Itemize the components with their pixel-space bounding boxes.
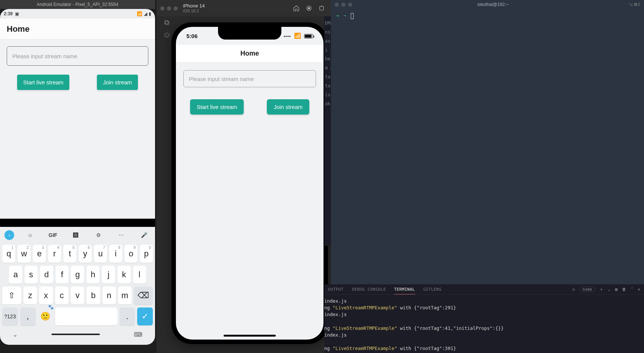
- key-j[interactable]: j: [102, 266, 115, 284]
- stream-name-input[interactable]: [183, 70, 316, 87]
- debug-icon: ▣: [15, 11, 19, 16]
- split-icon[interactable]: ▥: [615, 287, 618, 292]
- key-p[interactable]: p0: [140, 245, 153, 263]
- keyboard-back-icon[interactable]: ‹: [4, 230, 14, 240]
- iphone-notch: [218, 27, 281, 40]
- join-stream-button[interactable]: Join stream: [97, 75, 138, 90]
- page-title: Home: [240, 50, 259, 57]
- key-i[interactable]: i8: [109, 245, 122, 263]
- keyboard-nav-row: ⌄ ⌨: [0, 329, 155, 340]
- start-live-stream-button[interactable]: Start live stream: [17, 75, 69, 90]
- chevron-up-icon[interactable]: ˄: [631, 287, 633, 292]
- signal-icon: ◢: [144, 11, 147, 16]
- copy-icon[interactable]: [161, 19, 173, 27]
- dropdown-icon[interactable]: ⌄: [608, 287, 610, 292]
- key-o[interactable]: o9: [124, 245, 138, 263]
- keyboard-row-4: ?123 , 🙂🐾 . ✓: [0, 306, 155, 329]
- add-terminal-icon[interactable]: ＋: [599, 287, 603, 292]
- gif-button[interactable]: GIF: [46, 228, 60, 242]
- key-q[interactable]: q1: [2, 245, 15, 263]
- key-d[interactable]: d: [40, 266, 53, 284]
- key-t[interactable]: t5: [63, 245, 76, 263]
- iphone-frame: 5:06 •••• 📶 Home Start live stream Join …: [171, 22, 328, 344]
- key-k[interactable]: k: [117, 266, 131, 284]
- key-b[interactable]: b: [86, 287, 100, 304]
- android-home-bar[interactable]: [51, 334, 100, 335]
- key-y[interactable]: y6: [79, 245, 92, 263]
- zoom-dot[interactable]: [348, 3, 352, 7]
- comma-key[interactable]: ,: [20, 307, 36, 325]
- panel-tab-debug-console[interactable]: DEBUG CONSOLE: [352, 287, 386, 292]
- minimize-dot[interactable]: [341, 3, 345, 7]
- more-icon[interactable]: ⋯: [114, 228, 128, 242]
- key-c[interactable]: c: [55, 287, 69, 304]
- terminal-title: sieuthai@192:~: [357, 2, 628, 7]
- record-icon[interactable]: [303, 2, 315, 15]
- terminal-body[interactable]: → ~: [331, 9, 644, 23]
- iphone-screen: 5:06 •••• 📶 Home Start live stream Join …: [176, 27, 323, 340]
- panel-tab-output[interactable]: OUTPUT: [328, 287, 344, 292]
- ios-window-titlebar: iPhone 14 iOS 16.2: [157, 0, 332, 16]
- keyboard-collapse-icon[interactable]: ⌄: [13, 331, 18, 338]
- key-h[interactable]: h: [86, 266, 100, 284]
- keyboard-switch-icon[interactable]: ⌨: [134, 331, 142, 338]
- translate-icon[interactable]: 🅰: [69, 228, 82, 242]
- keyboard-toolbar: ‹ ☺ GIF 🅰 ⚙ ⋯ 🎤: [0, 227, 155, 243]
- numeric-key[interactable]: ?123: [2, 307, 18, 325]
- sticker-icon[interactable]: ☺: [23, 228, 37, 242]
- panel-tab-gitlens[interactable]: GITLENS: [423, 287, 442, 292]
- key-m[interactable]: m: [118, 287, 132, 304]
- key-r[interactable]: r4: [48, 245, 61, 263]
- enter-key[interactable]: ✓: [137, 307, 153, 325]
- zoom-dot[interactable]: [174, 6, 178, 10]
- shift-key[interactable]: ⇧: [2, 287, 21, 304]
- stream-name-input[interactable]: [7, 46, 148, 66]
- svg-rect-4: [165, 21, 168, 24]
- space-key[interactable]: [55, 307, 117, 325]
- key-f[interactable]: f: [56, 266, 69, 284]
- key-z[interactable]: z: [23, 287, 37, 304]
- panel-tab-terminal[interactable]: TERMINAL: [394, 287, 415, 294]
- key-g[interactable]: g: [71, 266, 84, 284]
- key-u[interactable]: u7: [94, 245, 107, 263]
- close-dot[interactable]: [160, 6, 164, 10]
- emoji-key[interactable]: 🙂🐾: [38, 307, 53, 325]
- runner-label[interactable]: node: [580, 287, 595, 292]
- battery-icon: [304, 34, 313, 38]
- trash-icon[interactable]: 🗑: [622, 287, 626, 292]
- key-x[interactable]: x: [39, 287, 53, 304]
- key-w[interactable]: w2: [18, 245, 31, 263]
- power-icon[interactable]: [161, 31, 173, 39]
- join-stream-button[interactable]: Join stream: [267, 99, 309, 115]
- iphone-home-indicator[interactable]: [224, 335, 276, 337]
- start-live-stream-button[interactable]: Start live stream: [190, 99, 244, 115]
- key-v[interactable]: v: [71, 287, 84, 304]
- svg-point-1: [308, 7, 310, 9]
- vscode-panel-tabs: OUTPUTDEBUG CONSOLETERMINALGITLENS ▷ nod…: [324, 284, 644, 295]
- android-screen: 2:39 ▣ 📶 ◢ ▮ Home Start live stream Join…: [0, 9, 155, 345]
- period-key[interactable]: .: [120, 307, 135, 325]
- close-dot[interactable]: [335, 3, 339, 7]
- backspace-key[interactable]: ⌫: [134, 287, 153, 304]
- home-icon[interactable]: [290, 2, 303, 15]
- vscode-panel: OUTPUTDEBUG CONSOLETERMINALGITLENS ▷ nod…: [324, 284, 644, 353]
- window-traffic-lights[interactable]: [160, 6, 178, 10]
- key-e[interactable]: e3: [33, 245, 46, 263]
- vscode-terminal-output[interactable]: index.js ng "LiveStreamRTMPExample" with…: [324, 295, 644, 353]
- key-a[interactable]: a: [9, 266, 22, 284]
- settings-icon[interactable]: ⚙: [92, 228, 105, 242]
- terminal-launch-icon[interactable]: ▷: [573, 287, 575, 292]
- ios-content: Start live stream Join stream: [176, 63, 323, 122]
- ios-version: iOS 16.2: [183, 9, 205, 13]
- screenshot-icon[interactable]: [315, 2, 328, 15]
- key-l[interactable]: l: [133, 266, 146, 284]
- minimize-dot[interactable]: [167, 6, 171, 10]
- close-icon[interactable]: ✕: [638, 287, 640, 292]
- android-appbar: Home: [0, 19, 155, 40]
- mic-icon[interactable]: 🎤: [137, 228, 151, 242]
- ios-device-name: iPhone 14: [183, 3, 205, 9]
- key-n[interactable]: n: [102, 287, 116, 304]
- window-traffic-lights[interactable]: [335, 3, 352, 7]
- key-s[interactable]: s: [25, 266, 38, 284]
- wifi-icon: 📶: [294, 32, 301, 39]
